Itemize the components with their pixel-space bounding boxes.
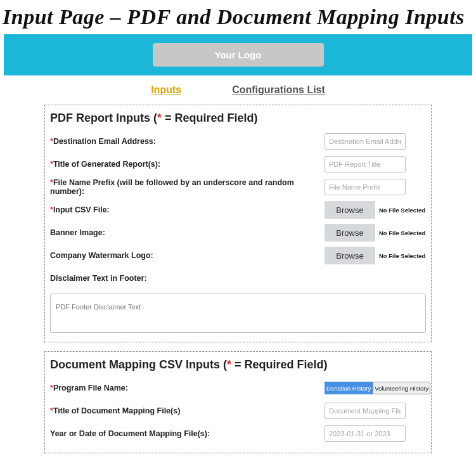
pdf-heading-post: = Required Field) bbox=[162, 112, 258, 124]
tabs: Inputs Configurations List bbox=[0, 75, 476, 102]
label-text: Destination Email Address: bbox=[53, 137, 156, 146]
row-program-name: *Program File Name: Donation History Vol… bbox=[50, 378, 426, 398]
label-file-prefix: *File Name Prefix (will be followed by a… bbox=[50, 178, 325, 196]
page-title: Input Page – PDF and Document Mapping In… bbox=[0, 0, 476, 34]
label-report-title: *Title of Generated Report(s): bbox=[50, 160, 325, 169]
watermark-file-status: No File Selected bbox=[379, 252, 425, 259]
label-text: Title of Document Mapping File(s) bbox=[53, 406, 180, 415]
pdf-panel-title: PDF Report Inputs (* = Required Field) bbox=[50, 110, 426, 131]
browse-watermark-button[interactable]: Browse bbox=[325, 247, 375, 264]
toggle-donation-history[interactable]: Donation History bbox=[325, 382, 373, 394]
label-program-name: *Program File Name: bbox=[50, 384, 325, 392]
row-doc-title: *Title of Document Mapping File(s) bbox=[50, 401, 426, 421]
browse-csv-button[interactable]: Browse bbox=[325, 201, 375, 219]
label-watermark: Company Watermark Logo: bbox=[50, 251, 325, 260]
doc-heading-post: = Required Field) bbox=[231, 358, 328, 371]
label-doc-date: Year or Date of Document Mapping File(s)… bbox=[50, 429, 325, 438]
label-text: Input CSV File: bbox=[53, 205, 110, 214]
row-doc-date: Year or Date of Document Mapping File(s)… bbox=[50, 424, 426, 444]
label-text: Title of Generated Report(s): bbox=[53, 160, 160, 169]
label-disclaimer: Disclaimer Text in Footer: bbox=[50, 274, 426, 283]
label-text: File Name Prefix (will be followed by an… bbox=[50, 178, 294, 196]
row-input-csv: *Input CSV File: Browse No File Selected bbox=[50, 200, 426, 220]
label-dest-email: *Destination Email Address: bbox=[50, 137, 325, 146]
row-banner: Banner Image: Browse No File Selected bbox=[50, 223, 426, 243]
csv-file-status: No File Selected bbox=[379, 207, 425, 214]
label-doc-title: *Title of Document Mapping File(s) bbox=[50, 406, 325, 415]
disclaimer-textarea[interactable] bbox=[50, 294, 426, 333]
label-banner: Banner Image: bbox=[50, 228, 325, 237]
label-text: Program File Name: bbox=[53, 384, 128, 392]
doc-mapping-panel: Document Mapping CSV Inputs (* = Require… bbox=[44, 351, 432, 453]
report-title-input[interactable] bbox=[325, 156, 406, 172]
label-input-csv: *Input CSV File: bbox=[50, 205, 325, 214]
row-dest-email: *Destination Email Address: bbox=[50, 131, 426, 152]
row-report-title: *Title of Generated Report(s): bbox=[50, 154, 426, 174]
pdf-report-panel: PDF Report Inputs (* = Required Field) *… bbox=[44, 105, 432, 342]
doc-heading-pre: Document Mapping CSV Inputs ( bbox=[50, 358, 227, 371]
doc-title-input[interactable] bbox=[325, 403, 406, 419]
toggle-volunteering-history[interactable]: Volunteering History bbox=[373, 382, 430, 394]
tab-inputs[interactable]: Inputs bbox=[151, 84, 181, 96]
row-file-prefix: *File Name Prefix (will be followed by a… bbox=[50, 177, 426, 197]
next-row: Next bbox=[0, 462, 476, 466]
row-disclaimer-label: Disclaimer Text in Footer: bbox=[50, 268, 426, 288]
row-watermark: Company Watermark Logo: Browse No File S… bbox=[50, 245, 426, 266]
doc-panel-title: Document Mapping CSV Inputs (* = Require… bbox=[50, 357, 426, 378]
logo-bar: Your Logo bbox=[4, 34, 472, 75]
banner-file-status: No File Selected bbox=[379, 230, 425, 236]
logo-placeholder: Your Logo bbox=[153, 43, 324, 67]
required-star: * bbox=[157, 112, 162, 124]
pdf-heading-pre: PDF Report Inputs ( bbox=[50, 112, 157, 124]
tab-configurations[interactable]: Configurations List bbox=[232, 84, 325, 96]
required-star: * bbox=[227, 358, 231, 371]
file-prefix-input[interactable] bbox=[325, 179, 406, 195]
program-toggle: Donation History Volunteering History bbox=[325, 382, 426, 394]
browse-banner-button[interactable]: Browse bbox=[325, 224, 375, 242]
doc-date-input[interactable] bbox=[325, 425, 406, 442]
dest-email-input[interactable] bbox=[325, 133, 406, 150]
